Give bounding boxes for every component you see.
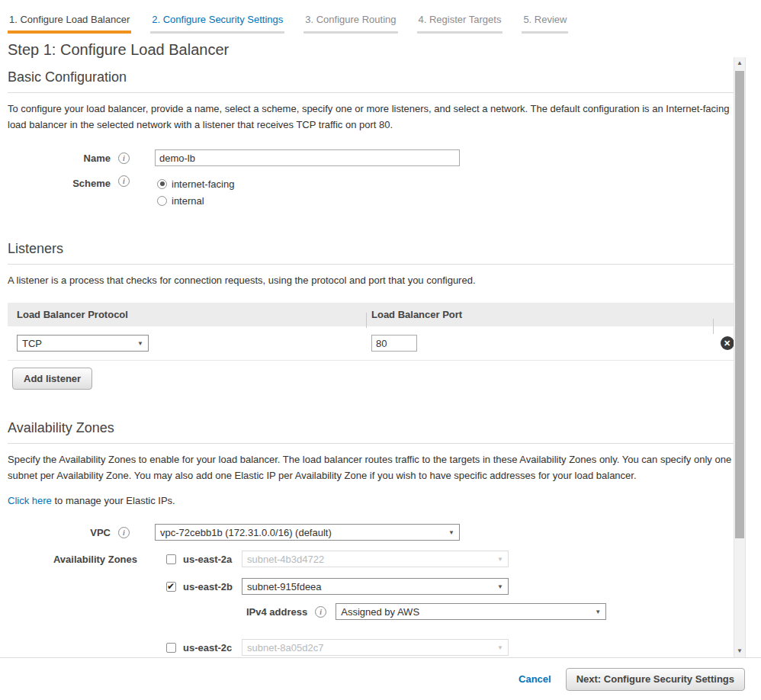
- delete-listener-icon[interactable]: ✕: [721, 336, 734, 350]
- subnet-select-value: subnet-8a05d2c7: [247, 642, 323, 653]
- scheme-row: Scheme i internet-facing internal: [8, 175, 734, 209]
- ipv4-address-row: IPv4 address i Assigned by AWS ▼: [8, 603, 734, 620]
- wizard-content: Step 1: Configure Load Balancer Basic Co…: [0, 34, 761, 657]
- scheme-radio-group: internet-facing internal: [157, 175, 234, 209]
- vertical-scrollbar[interactable]: ▲ ▼: [734, 57, 746, 657]
- zone-row-us-east-2b: us-east-2b subnet-915fdeea ▼: [8, 578, 734, 595]
- subnet-select-us-east-2b[interactable]: subnet-915fdeea ▼: [242, 578, 509, 595]
- availability-zones-heading: Availability Zones: [8, 420, 734, 444]
- ipv4-address-label: IPv4 address: [246, 606, 307, 618]
- subnet-select-value: subnet-4b3d4722: [247, 554, 324, 565]
- zone-us-east-2c-checkbox[interactable]: [166, 643, 176, 653]
- subnet-select-us-east-2c: subnet-8a05d2c7 ▼: [242, 639, 509, 656]
- basic-configuration-heading: Basic Configuration: [8, 69, 734, 93]
- port-column-header: Load Balancer Port: [366, 309, 713, 320]
- chevron-down-icon: ▼: [497, 644, 503, 651]
- availability-zones-description: Specify the Availability Zones to enable…: [8, 451, 734, 483]
- zone-name: us-east-2b: [183, 581, 236, 592]
- tab-configure-security-settings[interactable]: 2. Configure Security Settings: [150, 5, 284, 34]
- info-icon[interactable]: i: [118, 527, 130, 538]
- scrollbar-thumb[interactable]: [735, 71, 744, 538]
- zone-us-east-2a-checkbox[interactable]: [166, 554, 176, 564]
- info-icon[interactable]: i: [118, 175, 130, 187]
- zone-row-us-east-2c: us-east-2c subnet-8a05d2c7 ▼: [8, 639, 734, 656]
- internet-facing-radio[interactable]: [157, 179, 167, 189]
- tab-register-targets: 4. Register Targets: [417, 5, 503, 34]
- tab-review: 5. Review: [522, 5, 568, 34]
- wizard-step-tabs: 1. Configure Load Balancer 2. Configure …: [0, 0, 761, 34]
- listeners-table: Load Balancer Protocol Load Balancer Por…: [8, 303, 734, 361]
- internal-label: internal: [172, 195, 204, 207]
- listener-row: TCP ▼ ✕: [8, 326, 734, 360]
- listeners-description: A listener is a process that checks for …: [8, 272, 734, 288]
- zone-row-us-east-2a: Availability Zones us-east-2a subnet-4b3…: [8, 551, 734, 567]
- name-label: Name: [8, 153, 111, 164]
- chevron-down-icon: ▼: [497, 556, 503, 563]
- next-configure-security-settings-button[interactable]: Next: Configure Security Settings: [566, 668, 745, 691]
- scroll-up-icon[interactable]: ▲: [734, 57, 745, 69]
- zone-name: us-east-2a: [183, 554, 236, 565]
- subnet-select-value: subnet-915fdeea: [247, 581, 322, 592]
- wizard-page: 1. Configure Load Balancer 2. Configure …: [0, 0, 761, 700]
- elastic-ip-line: Click here to manage your Elastic IPs.: [8, 495, 734, 506]
- subnet-select-us-east-2a: subnet-4b3d4722 ▼: [242, 551, 509, 567]
- wizard-footer: Cancel Next: Configure Security Settings: [0, 657, 761, 700]
- manage-elastic-ips-link[interactable]: Click here: [8, 495, 52, 506]
- info-icon[interactable]: i: [315, 606, 326, 618]
- zone-name: us-east-2c: [183, 642, 236, 653]
- vpc-label: VPC: [8, 527, 111, 538]
- chevron-down-icon: ▼: [497, 583, 503, 590]
- ipv4-select-value: Assigned by AWS: [341, 606, 419, 618]
- listeners-table-header: Load Balancer Protocol Load Balancer Por…: [8, 303, 734, 326]
- protocol-column-header: Load Balancer Protocol: [8, 309, 366, 320]
- listeners-heading: Listeners: [8, 241, 734, 265]
- vpc-select-value: vpc-72cebb1b (172.31.0.0/16) (default): [160, 527, 332, 538]
- name-row: Name i: [8, 149, 734, 166]
- protocol-select-value: TCP: [22, 338, 42, 349]
- vpc-row: VPC i vpc-72cebb1b (172.31.0.0/16) (defa…: [8, 524, 734, 541]
- scheme-option-internal[interactable]: internal: [157, 192, 234, 209]
- chevron-down-icon: ▼: [595, 608, 601, 615]
- scroll-down-icon[interactable]: ▼: [734, 645, 745, 657]
- elastic-ip-text: to manage your Elastic IPs.: [54, 495, 175, 506]
- load-balancer-name-input[interactable]: [155, 149, 460, 166]
- cancel-button[interactable]: Cancel: [519, 673, 551, 685]
- page-title: Step 1: Configure Load Balancer: [8, 41, 734, 59]
- tab-configure-routing: 3. Configure Routing: [303, 5, 397, 34]
- vpc-select[interactable]: vpc-72cebb1b (172.31.0.0/16) (default) ▼: [155, 524, 460, 541]
- basic-configuration-description: To configure your load balancer, provide…: [8, 101, 734, 133]
- chevron-down-icon: ▼: [448, 529, 454, 536]
- scheme-option-internet-facing[interactable]: internet-facing: [157, 175, 234, 192]
- chevron-down-icon: ▼: [137, 340, 143, 347]
- info-icon[interactable]: i: [118, 153, 130, 164]
- tab-configure-load-balancer[interactable]: 1. Configure Load Balancer: [8, 5, 131, 34]
- port-input[interactable]: [371, 335, 417, 352]
- protocol-select[interactable]: TCP ▼: [17, 335, 149, 352]
- availability-zones-label: Availability Zones: [8, 554, 137, 565]
- internet-facing-label: internet-facing: [172, 178, 234, 190]
- internal-radio[interactable]: [157, 196, 167, 206]
- add-listener-button[interactable]: Add listener: [12, 368, 92, 390]
- scheme-label: Scheme: [8, 178, 111, 189]
- zone-us-east-2b-checkbox[interactable]: [166, 582, 176, 592]
- ipv4-address-select[interactable]: Assigned by AWS ▼: [336, 603, 606, 620]
